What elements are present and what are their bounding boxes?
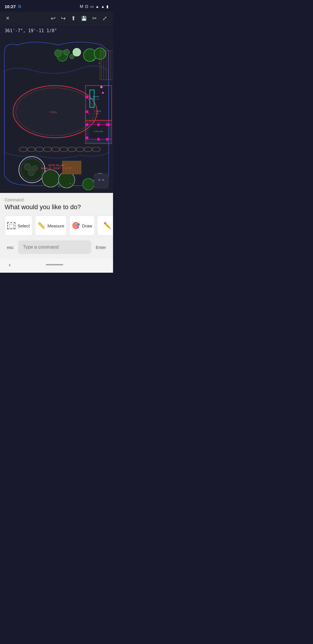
enter-button[interactable]: Enter bbox=[93, 241, 108, 254]
command-prefix: Command: bbox=[5, 198, 108, 202]
share-button[interactable]: ⬆ bbox=[71, 15, 76, 22]
toolbar: × ↩ ↪ ⬆ 💾 ✂ ⤢ bbox=[0, 12, 113, 25]
draw-icon: 🎯 bbox=[72, 222, 80, 229]
svg-text:BEDROOM: BEDROOM bbox=[93, 96, 99, 97]
svg-point-27 bbox=[73, 48, 81, 56]
svg-text:POOL: POOL bbox=[50, 111, 57, 114]
redo-button[interactable]: ↪ bbox=[61, 15, 66, 22]
svg-point-72 bbox=[83, 178, 94, 190]
signal-icon: ▲ bbox=[101, 4, 105, 9]
svg-point-18 bbox=[24, 163, 31, 170]
svg-point-20 bbox=[28, 169, 34, 176]
measure-button[interactable]: 📏 Measure bbox=[35, 216, 67, 236]
select-button[interactable]: ⬚ Select bbox=[5, 216, 32, 236]
more-icon: ✏️ bbox=[103, 222, 111, 229]
svg-point-53 bbox=[102, 92, 104, 94]
expand-button[interactable]: ⤢ bbox=[102, 15, 107, 22]
close-button[interactable]: × bbox=[6, 15, 10, 22]
save-button[interactable]: 💾 bbox=[81, 16, 87, 21]
status-bar: 10:27 G M ⊡ ▭ ▲ ▲ ▮ bbox=[0, 0, 113, 12]
cast-icon: ▭ bbox=[90, 4, 94, 9]
svg-text:ROOM: ROOM bbox=[96, 113, 99, 114]
svg-point-52 bbox=[100, 86, 103, 88]
undo-button[interactable]: ↩ bbox=[51, 15, 56, 22]
measure-icon: 📏 bbox=[37, 222, 45, 229]
draw-label: Draw bbox=[82, 223, 92, 228]
svg-text:10'4"x8'6": 10'4"x8'6" bbox=[93, 98, 100, 100]
svg-text:❋: ❋ bbox=[99, 62, 100, 64]
google-icon: G bbox=[18, 4, 21, 9]
svg-text:✿: ✿ bbox=[93, 59, 95, 61]
select-icon: ⬚ bbox=[7, 222, 15, 229]
chevron-up-icon: ⌃⌃ bbox=[97, 178, 105, 184]
svg-point-21 bbox=[42, 170, 59, 187]
site-plan-label: SITE PLAN SCALE: 3/16" = 1'-0" bbox=[41, 164, 72, 170]
coordinates-bar: 361'-7", 19'-11 1/8" bbox=[0, 25, 113, 36]
home-indicator[interactable] bbox=[46, 264, 63, 265]
navigation-bar: ‹ bbox=[0, 258, 113, 273]
svg-text:LIVING ROOM: LIVING ROOM bbox=[93, 131, 103, 132]
command-input[interactable] bbox=[18, 240, 91, 254]
status-time: 10:27 bbox=[5, 4, 16, 9]
expand-panel-button[interactable]: ⌃⌃ bbox=[94, 174, 108, 188]
measure-label: Measure bbox=[48, 223, 64, 228]
wifi-icon: ▲ bbox=[95, 4, 99, 9]
svg-text:DINING: DINING bbox=[96, 110, 101, 112]
svg-point-24 bbox=[54, 50, 61, 57]
select-label: Select bbox=[18, 223, 30, 228]
svg-point-26 bbox=[70, 54, 74, 59]
battery-icon: ▮ bbox=[106, 4, 108, 9]
cad-canvas[interactable]: POOL bbox=[0, 36, 113, 193]
cut-button[interactable]: ✂ bbox=[92, 15, 97, 22]
svg-text:❋: ❋ bbox=[70, 183, 71, 184]
svg-point-25 bbox=[64, 49, 70, 55]
back-button[interactable]: ‹ bbox=[9, 261, 11, 268]
draw-button[interactable]: 🎯 Draw bbox=[69, 216, 95, 236]
coordinates-value: 361'-7", 19'-11 1/8" bbox=[5, 28, 57, 33]
command-question: What would you like to do? bbox=[5, 203, 108, 211]
app-icon: ⊡ bbox=[85, 4, 88, 9]
bottom-panel: Command: What would you like to do? ⬚ Se… bbox=[0, 193, 113, 258]
command-input-row: esc Enter bbox=[5, 240, 108, 254]
more-button[interactable]: ✏️ bbox=[97, 216, 113, 236]
esc-button[interactable]: esc bbox=[5, 241, 16, 254]
gmail-icon: M bbox=[80, 4, 83, 9]
action-buttons: ⬚ Select 📏 Measure 🎯 Draw ✏️ bbox=[5, 216, 108, 236]
svg-text:✿: ✿ bbox=[58, 185, 60, 188]
